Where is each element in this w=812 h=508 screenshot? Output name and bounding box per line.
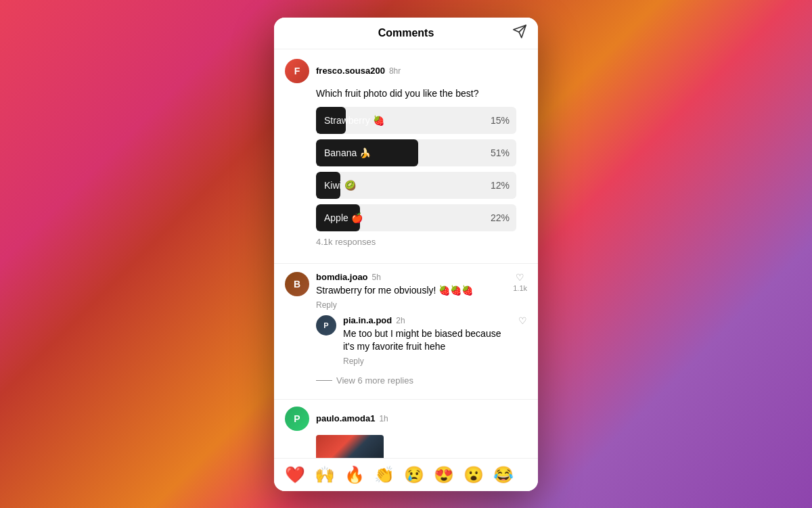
emoji-cry[interactable]: 😢 [404, 465, 424, 484]
bottom-comment-avatar: P [285, 407, 309, 431]
nested-reply-1: P pia.in.a.pod 2h Me too but I might be … [316, 310, 527, 371]
comment-item-1: B bomdia.joao 5h Strawberry for me obvio… [274, 264, 538, 399]
emoji-raised-hands[interactable]: 🙌 [315, 465, 335, 484]
comment-body-1: B bomdia.joao 5h Strawberry for me obvio… [285, 272, 527, 298]
post-question: Which fruit photo did you like the best? [316, 87, 527, 101]
poll-option-1[interactable]: Strawberry 🍓 15% [316, 107, 516, 134]
poll-percent-4: 22% [491, 212, 510, 223]
emoji-clap[interactable]: 👏 [374, 465, 394, 484]
phone-frame: Comments F fresco.sousa200 8hr Which fru… [274, 18, 538, 491]
bottom-comment-avatar-img: P [285, 407, 309, 431]
poll-label-4: Apple 🍎 [316, 212, 363, 223]
comments-header: Comments [274, 18, 538, 49]
reply-1-like[interactable]: ♡ [518, 315, 527, 326]
bottom-comment-preview: P paulo.amoda1 1h [274, 399, 538, 458]
reply-1-text: Me too but I might be biased because it'… [343, 327, 512, 354]
reply-1-user-info: pia.in.a.pod 2h [343, 315, 512, 325]
reply-1-actions: Reply [343, 356, 527, 366]
emoji-heart[interactable]: ❤️ [285, 465, 305, 484]
comment-1-user-info: bomdia.joao 5h [316, 272, 506, 282]
comment-1-like[interactable]: ♡ 1.1k [513, 272, 527, 292]
send-icon[interactable] [512, 24, 527, 42]
poll-option-3[interactable]: Kiwi 🥝 12% [316, 172, 516, 199]
post-username: fresco.sousa200 [316, 66, 385, 76]
post-avatar-img: F [285, 59, 309, 83]
comment-preview-image [316, 435, 384, 458]
heart-icon-reply-1[interactable]: ♡ [518, 315, 527, 326]
heart-icon-1[interactable]: ♡ [516, 272, 524, 283]
reply-1-reply-btn[interactable]: Reply [343, 356, 364, 366]
view-more-text: View 6 more replies [336, 375, 413, 386]
reply-1-time: 2h [396, 316, 405, 325]
comment-1-like-count: 1.1k [513, 284, 527, 292]
poll-label-3: Kiwi 🥝 [316, 180, 356, 191]
bottom-comment-header: P paulo.amoda1 1h [285, 407, 527, 431]
post-time: 8hr [389, 66, 401, 76]
poll-percent-2: 51% [491, 147, 510, 158]
poll-bar-bg-4: Apple 🍎 22% [316, 204, 516, 231]
reply-body-1: P pia.in.a.pod 2h Me too but I might be … [316, 315, 527, 354]
poll-percent-3: 12% [491, 180, 510, 191]
post-avatar: F [285, 59, 309, 83]
poll-bar-bg-3: Kiwi 🥝 12% [316, 172, 516, 199]
view-more-replies[interactable]: View 6 more replies [316, 375, 527, 391]
poll-container: Strawberry 🍓 15% Banana 🍌 51% [316, 107, 516, 247]
comment-1-reply-btn[interactable]: Reply [316, 300, 337, 310]
comments-content: F fresco.sousa200 8hr Which fruit photo … [274, 49, 538, 458]
post-comment: F fresco.sousa200 8hr Which fruit photo … [274, 49, 538, 264]
poll-bar-bg-1: Strawberry 🍓 15% [316, 107, 516, 134]
poll-option-2[interactable]: Banana 🍌 51% [316, 139, 516, 166]
poll-label-2: Banana 🍌 [316, 147, 371, 158]
view-more-line [316, 380, 332, 381]
bottom-comment-user-info: paulo.amoda1 1h [316, 413, 388, 423]
comment-1-avatar: B [285, 272, 309, 296]
comment-1-username: bomdia.joao [316, 272, 368, 282]
poll-responses: 4.1k responses [316, 237, 516, 247]
emoji-wow[interactable]: 😮 [464, 465, 484, 484]
comment-1-main: bomdia.joao 5h Strawberry for me obvious… [316, 272, 506, 298]
reply-1-username: pia.in.a.pod [343, 315, 392, 325]
emoji-fire[interactable]: 🔥 [344, 465, 365, 484]
reply-1-main: pia.in.a.pod 2h Me too but I might be bi… [343, 315, 512, 354]
poll-label-1: Strawberry 🍓 [316, 115, 384, 126]
bottom-comment-time: 1h [379, 414, 388, 423]
bottom-comment-username: paulo.amoda1 [316, 413, 375, 423]
comment-1-time: 5h [372, 273, 381, 282]
poll-option-4[interactable]: Apple 🍎 22% [316, 204, 516, 231]
emoji-heart-eyes[interactable]: 😍 [434, 465, 454, 484]
post-user-info: fresco.sousa200 8hr [316, 66, 401, 76]
emoji-laugh[interactable]: 😂 [493, 465, 514, 484]
comment-1-actions: Reply [316, 300, 527, 310]
poll-bar-bg-2: Banana 🍌 51% [316, 139, 516, 166]
poll-percent-1: 15% [491, 115, 510, 126]
comment-1-text: Strawberry for me obviously! 🍓🍓🍓 [316, 284, 506, 298]
reply-1-avatar: P [316, 315, 336, 336]
header-title: Comments [378, 27, 434, 39]
post-header: F fresco.sousa200 8hr [285, 59, 527, 83]
emoji-bar: ❤️ 🙌 🔥 👏 😢 😍 😮 😂 [274, 458, 538, 491]
comment-1-avatar-img: B [285, 272, 309, 296]
reply-1-avatar-img: P [316, 315, 336, 336]
